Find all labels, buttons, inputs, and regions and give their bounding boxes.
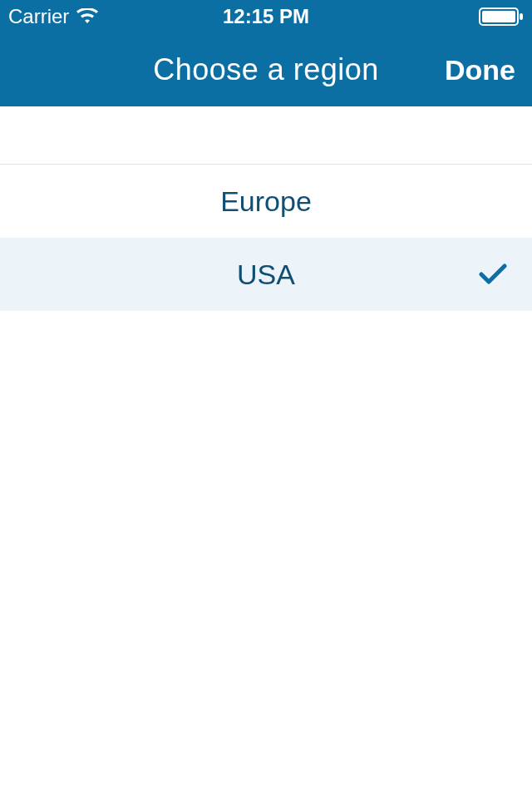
section-spacer — [0, 106, 532, 165]
status-left: Carrier — [8, 5, 99, 28]
carrier-label: Carrier — [8, 5, 69, 28]
list-item-europe[interactable]: Europe — [0, 165, 532, 238]
svg-rect-2 — [520, 13, 523, 20]
list-item-usa[interactable]: USA — [0, 238, 532, 311]
content: Europe USA — [0, 106, 532, 311]
battery-icon — [479, 7, 524, 26]
wifi-icon — [76, 8, 99, 25]
nav-bar: Choose a region Done — [0, 33, 532, 106]
status-bar: Carrier 12:15 PM — [0, 0, 532, 33]
svg-rect-1 — [482, 11, 515, 22]
page-title: Choose a region — [153, 52, 379, 87]
done-button[interactable]: Done — [445, 54, 515, 86]
list-item-label: Europe — [220, 185, 312, 218]
checkmark-icon — [479, 264, 507, 285]
list-item-label: USA — [237, 259, 295, 291]
status-right — [479, 7, 524, 26]
